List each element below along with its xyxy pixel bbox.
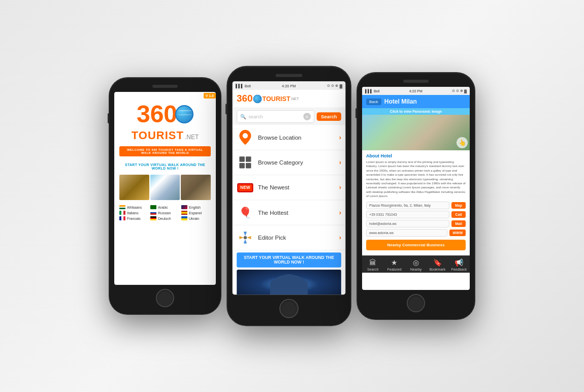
phone2-home-button[interactable] [279, 299, 299, 318]
lang-arabic[interactable]: Arabic [150, 205, 180, 209]
hotel-info: About Hotel Lorem Ipsum is simply dummy … [362, 150, 470, 255]
search-button[interactable]: Search [317, 112, 341, 121]
carrier-label: Bell [245, 84, 251, 87]
nearby-commercial-button[interactable]: Nearby Commercial Business [366, 240, 466, 250]
lang-arabic-label: Arabic [158, 206, 168, 209]
contact-row-email: hotel@astoria.ws Mail [366, 220, 466, 227]
map-button[interactable]: Map [451, 202, 466, 209]
phone3-time: 4:20 PM [409, 89, 423, 93]
phone3-status-right: ⊙ ⊙ ⊕ ▓ [452, 89, 467, 93]
hottest-icon-box: 🎈 [237, 204, 254, 221]
svg-point-0 [243, 133, 248, 139]
lang-espanol[interactable]: Espanol [181, 211, 211, 215]
newest-chevron: › [339, 184, 341, 191]
status-bar-right: ⊙ ⊙ ⊕ ▓ [327, 83, 342, 87]
phone3-home-button[interactable] [407, 294, 425, 312]
search-placeholder: search [248, 114, 301, 119]
phone3-featured-nav-icon: ★ [391, 258, 398, 267]
lang-italiano[interactable]: Italiano [119, 211, 149, 215]
phone3-nav-search[interactable]: 🏛 Search [362, 258, 383, 271]
svg-rect-1 [239, 156, 245, 162]
battery-icon: ▓ [340, 84, 342, 87]
mail-button[interactable]: Mail [451, 220, 466, 227]
logo-tld: .NET [185, 134, 199, 141]
flag-deutsch [150, 216, 156, 220]
version-badge: V 1.0 [204, 93, 216, 99]
phone3-search-nav-label: Search [367, 268, 378, 271]
logo-number: 360 [137, 102, 177, 126]
flag-italiano [119, 211, 125, 215]
email-text: hotel@astoria.ws [366, 220, 449, 227]
phone1-wrapper: V 1.0 360 TOURIST .NET WELCOME TO 360 TO… [109, 78, 221, 314]
app-logo-tld: .NET [290, 97, 299, 101]
phone3-nav-feedback[interactable]: 📢 Feedback [448, 258, 470, 271]
cursor-icon: 👆 [457, 137, 468, 148]
app-header: 360 TOURIST .NET [233, 90, 346, 108]
menu-item-editor-pick[interactable]: Editor Pick › [233, 225, 346, 250]
flag-francais [119, 216, 125, 220]
www-button[interactable]: WWW [449, 230, 466, 236]
contact-row-address: Piazza Risorgimento, 9a, 2, Milan, Italy… [366, 202, 466, 209]
status-time: 4:20 PM [282, 84, 296, 87]
flag-ukrain [181, 216, 187, 220]
app-logo-globe-icon [253, 94, 262, 103]
phone2-wrapper: ▌▌▌ Bell 4:20 PM ⊙ ⊙ ⊕ ▓ 360 TOURIST [227, 67, 351, 325]
newest-icon-box: NEW [237, 179, 254, 196]
phone1-home-button[interactable] [156, 289, 174, 307]
lang-ukrain[interactable]: Ukrain [181, 216, 211, 220]
signal-icon: ▌▌▌ [236, 84, 244, 87]
app-logo: 360 TOURIST .NET [237, 93, 299, 104]
browse-location-label: Browse Location [258, 134, 339, 141]
svg-rect-3 [239, 163, 245, 169]
virtual-image [237, 270, 341, 295]
search-bar: 🔍 search ✕ Search [233, 108, 346, 125]
wifi-icon: ⊙ ⊙ ⊕ [327, 83, 339, 87]
hotel-image[interactable]: 👆 [362, 115, 470, 150]
phone3-bookmark-nav-icon: 🔖 [433, 258, 442, 267]
call-button[interactable]: Call [451, 211, 466, 218]
newest-label: The Newest [258, 184, 339, 191]
lang-italiano-label: Italiano [127, 211, 139, 215]
lang-english-label: English [189, 206, 201, 209]
phone3-battery-icon: ▓ [464, 89, 467, 93]
search-input-box[interactable]: 🔍 search ✕ [237, 110, 314, 123]
search-clear-button[interactable]: ✕ [303, 113, 311, 120]
phone1: V 1.0 360 TOURIST .NET WELCOME TO 360 TO… [109, 78, 221, 314]
menu-item-hottest[interactable]: 🎈 The Hottest › [233, 200, 346, 225]
hottest-chevron: › [339, 209, 341, 216]
lang-english[interactable]: English [181, 205, 211, 209]
lang-afrikaans-label: Afrikaans [127, 206, 142, 209]
phone3-search-nav-icon: 🏛 [369, 258, 376, 267]
browse-location-icon-box [237, 129, 254, 146]
flag-arabic [150, 205, 156, 209]
lang-russian[interactable]: Russian [150, 211, 180, 215]
back-button[interactable]: Back [366, 99, 381, 105]
phone-text: +39 0331 791043 [366, 211, 449, 218]
splash-img-alps [150, 175, 180, 200]
phone3-nav-nearby[interactable]: ◎ Nearby [405, 258, 427, 271]
phone3-nav-featured[interactable]: ★ Featured [383, 258, 405, 271]
editor-pick-label: Editor Pick [258, 235, 339, 241]
hottest-label: The Hottest [258, 209, 339, 216]
svg-rect-2 [246, 156, 251, 162]
menu-item-browse-location[interactable]: Browse Location › [233, 125, 346, 150]
panoramic-banner[interactable]: Click to view Panoramic Image [362, 108, 470, 115]
map-pin-icon [238, 129, 252, 146]
search-icon: 🔍 [240, 114, 246, 119]
lang-deutsch[interactable]: Deutsch [150, 216, 180, 220]
logo-tourist-text: TOURIST [132, 129, 184, 142]
phone3-screen: ▌▌▌ Bell 4:20 PM ⊙ ⊙ ⊕ ▓ Back Hotel Mila… [362, 87, 470, 290]
category-icon [238, 155, 252, 169]
hot-air-balloon-icon: 🎈 [239, 206, 252, 219]
phone3-nav-bookmark[interactable]: 🔖 Bookmark [427, 258, 448, 271]
svg-point-5 [244, 236, 247, 239]
lang-afrikaans[interactable]: Afrikaans [119, 205, 149, 209]
menu-item-browse-category[interactable]: Browse Category › [233, 150, 346, 175]
flag-russian [150, 211, 156, 215]
phone1-logo: 360 [137, 102, 193, 126]
splash-images [119, 175, 211, 200]
lang-francais[interactable]: Francais [119, 216, 149, 220]
contact-row-web: www.astoria.ws WWW [366, 229, 466, 237]
logo-globe-icon [175, 105, 193, 123]
menu-item-newest[interactable]: NEW The Newest › [233, 175, 346, 200]
